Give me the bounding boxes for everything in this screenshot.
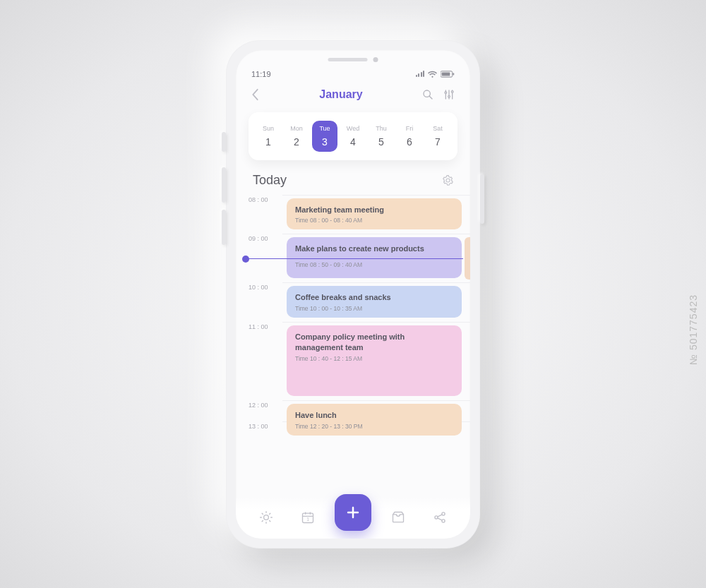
svg-text:1: 1 (306, 517, 309, 522)
nav-share-button[interactable] (426, 510, 454, 524)
svg-rect-2 (453, 73, 455, 75)
settings-button[interactable] (443, 175, 453, 186)
phone-notch (328, 57, 378, 62)
app-header: January (236, 81, 470, 109)
event-time: Time 08 : 50 - 09 : 40 AM (295, 261, 453, 268)
timeline[interactable]: 08 : 00 Marketing team meeting Time 08 :… (236, 195, 470, 539)
month-title[interactable]: January (319, 88, 362, 101)
plus-icon (345, 504, 361, 521)
event-card[interactable]: Coffee breaks and snacks Time 10 : 00 - … (287, 286, 462, 318)
section-header: Today (236, 170, 470, 195)
speaker-grille (328, 58, 368, 61)
nav-calendar-button[interactable]: 1 (294, 510, 322, 524)
svg-rect-1 (442, 72, 450, 76)
event-time: Time 12 : 20 - 13 : 30 PM (295, 423, 453, 430)
svg-line-17 (270, 520, 270, 521)
section-title: Today (253, 173, 287, 188)
phone-power-button (480, 174, 484, 224)
phone-mockup-frame: 11:19 January Sun1 Mon2 (226, 40, 480, 548)
day-sat[interactable]: Sat7 (425, 121, 450, 152)
event-time: Time 10 : 40 - 12 : 15 AM (295, 355, 453, 362)
phone-mute-switch (222, 132, 226, 152)
screen: 11:19 January Sun1 Mon2 (236, 50, 470, 539)
svg-point-9 (448, 95, 450, 97)
day-mon[interactable]: Mon2 (284, 121, 309, 152)
stock-watermark: № 501775423 (688, 294, 699, 365)
day-thu[interactable]: Thu5 (369, 121, 394, 152)
nav-brightness-button[interactable] (252, 510, 280, 524)
event-title: Coffee breaks and snacks (295, 292, 453, 303)
overlapping-event-peek[interactable] (465, 237, 470, 280)
time-label: 11 : 00 (249, 322, 282, 330)
hour-row-10: 10 : 00 Coffee breaks and snacks Time 10… (236, 282, 470, 322)
day-wed[interactable]: Wed4 (340, 121, 366, 152)
hour-row-09: 09 : 00 Make plans to create new product… (236, 234, 470, 282)
nav-inbox-button[interactable] (384, 510, 412, 524)
event-card[interactable]: Have lunch Time 12 : 20 - 13 : 30 PM (287, 404, 462, 436)
day-sun[interactable]: Sun1 (256, 121, 281, 152)
event-title: Make plans to create new products (295, 244, 453, 254)
time-label: 13 : 00 (249, 421, 282, 430)
hour-row-13: 13 : 00 Have lunch Time 12 : 20 - 13 : 3… (236, 421, 470, 458)
day-tue-selected[interactable]: Tue3 (312, 121, 337, 152)
cellular-signal-icon (416, 71, 425, 77)
event-time: Time 08 : 00 - 08 : 40 AM (295, 217, 453, 224)
event-title: Company policy meeting with management t… (295, 332, 453, 353)
svg-point-11 (264, 515, 269, 520)
filter-button[interactable] (443, 89, 455, 100)
day-fri[interactable]: Fri6 (397, 121, 422, 152)
status-clock: 11:19 (251, 70, 271, 78)
svg-line-31 (437, 517, 442, 520)
search-button[interactable] (422, 89, 433, 100)
time-label: 12 : 00 (249, 400, 282, 409)
bottom-nav: 1 (236, 496, 470, 539)
phone-volume-up (222, 167, 226, 203)
add-event-fab[interactable] (335, 494, 371, 531)
event-card[interactable]: Company policy meeting with management t… (287, 325, 462, 396)
status-bar: 11:19 (236, 50, 470, 81)
time-label: 08 : 00 (249, 195, 282, 203)
svg-line-16 (262, 513, 263, 514)
week-picker: Sun1 Mon2 Tue3 Wed4 Thu5 Fri6 Sat7 (249, 112, 457, 160)
current-time-indicator (246, 258, 463, 260)
svg-line-18 (262, 520, 263, 521)
time-label: 09 : 00 (249, 234, 282, 242)
event-time: Time 10 : 00 - 10 : 35 AM (295, 305, 453, 312)
svg-line-30 (437, 514, 442, 516)
svg-line-4 (429, 96, 432, 99)
battery-icon (441, 71, 455, 78)
event-title: Marketing team meeting (295, 205, 453, 215)
phone-volume-down (222, 210, 226, 245)
svg-point-8 (445, 92, 447, 94)
event-card[interactable]: Marketing team meeting Time 08 : 00 - 08… (287, 198, 462, 230)
event-title: Have lunch (295, 410, 453, 421)
front-camera (373, 57, 378, 62)
svg-point-10 (451, 90, 453, 92)
wifi-icon (428, 71, 437, 78)
hour-row-08: 08 : 00 Marketing team meeting Time 08 :… (236, 195, 470, 234)
time-label: 10 : 00 (249, 282, 282, 291)
back-button[interactable] (251, 88, 260, 101)
hour-row-11: 11 : 00 Company policy meeting with mana… (236, 322, 470, 400)
svg-line-19 (270, 513, 270, 514)
